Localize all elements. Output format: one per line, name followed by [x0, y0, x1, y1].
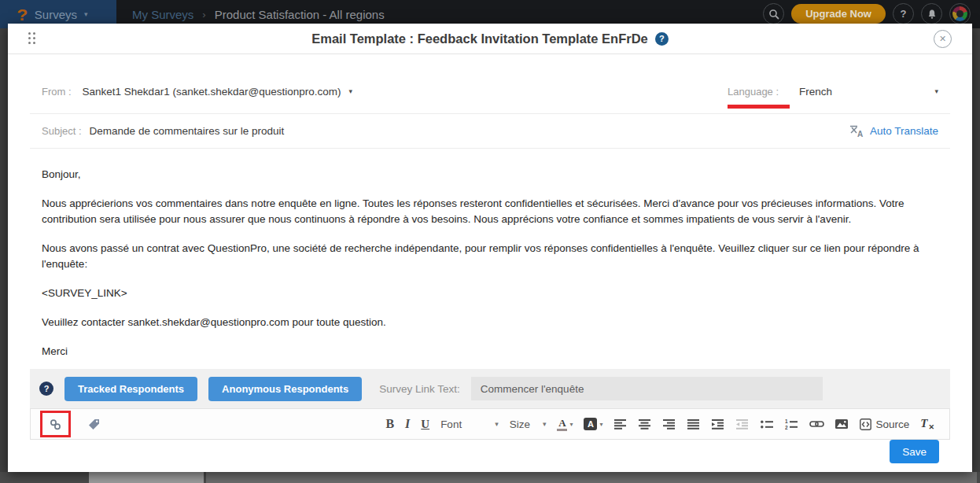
email-body-paragraph: Nous avons passé un contrat avec Questio…: [42, 241, 934, 272]
questionpro-logo-icon: ?: [17, 6, 28, 23]
underline-button[interactable]: U: [415, 412, 435, 436]
help-button[interactable]: ?: [893, 3, 914, 24]
language-dropdown-caret-icon[interactable]: ▾: [934, 88, 938, 95]
email-template-modal: Email Template : Feedback Invitation Tem…: [8, 24, 972, 472]
language-selector[interactable]: Language : French ▾: [728, 86, 938, 109]
respondents-help-icon[interactable]: ?: [39, 382, 53, 396]
source-button[interactable]: Source: [854, 412, 916, 436]
language-value[interactable]: French: [799, 86, 832, 98]
title-help-icon[interactable]: ?: [655, 32, 669, 46]
justify-button[interactable]: [682, 412, 706, 436]
size-dropdown[interactable]: Size ▾: [504, 412, 552, 436]
numbered-list-button[interactable]: 1 2: [779, 412, 804, 436]
remove-format-button[interactable]: T✕: [915, 412, 940, 436]
insert-survey-link-highlight[interactable]: [40, 411, 71, 437]
dimmed-bar: [206, 472, 977, 483]
modal-content: From : Sanket1 Shekdar1 (sanket.shekdar@…: [8, 54, 972, 472]
increase-indent-button[interactable]: [706, 412, 731, 436]
chevron-down-icon: ▾: [495, 421, 499, 428]
from-value[interactable]: Sanket1 Shekdar1 (sanket.shekdar@questio…: [83, 86, 341, 98]
tag-icon: [87, 418, 101, 431]
source-icon: [860, 418, 871, 430]
align-right-button[interactable]: [658, 412, 682, 436]
page: ? Surveys ▾ My Surveys › Product Satisfa…: [0, 0, 980, 483]
chevron-down-icon: ▾: [569, 421, 573, 428]
align-left-icon: [614, 419, 628, 430]
account-logo-button[interactable]: [949, 3, 971, 24]
breadcrumb-my-surveys[interactable]: My Surveys: [132, 8, 193, 21]
align-right-icon: [663, 419, 676, 430]
svg-text:1: 1: [785, 419, 788, 424]
topbar-actions: Upgrade Now ?: [763, 3, 971, 24]
source-label: Source: [876, 418, 910, 430]
modal-header: Email Template : Feedback Invitation Tem…: [8, 24, 972, 54]
outdent-icon: [736, 419, 750, 430]
background-color-button[interactable]: A ▾: [578, 412, 608, 436]
email-body-paragraph: Merci: [42, 344, 934, 359]
notifications-button[interactable]: [921, 3, 942, 24]
respondents-panel: ? Tracked Respondents Anonymous Responde…: [30, 369, 950, 408]
tracked-respondents-button[interactable]: Tracked Respondents: [64, 377, 197, 401]
bell-icon: [927, 9, 938, 20]
decrease-indent-button[interactable]: [731, 412, 755, 436]
background-color-icon: A: [584, 418, 597, 430]
survey-link-text-input[interactable]: [471, 377, 823, 400]
remove-format-icon: T✕: [920, 417, 934, 431]
align-center-button[interactable]: [633, 412, 658, 436]
email-body-paragraph: Veuillez contacter sanket.shekdar@questi…: [42, 315, 934, 330]
chevron-down-icon: ▾: [543, 421, 547, 428]
size-dropdown-label: Size: [510, 418, 530, 430]
modal-title: Email Template : Feedback Invitation Tem…: [311, 31, 648, 46]
bold-button[interactable]: B: [380, 412, 400, 436]
chain-link-icon: [49, 418, 62, 431]
subject-row: Subject : Demande de commentaires sur le…: [30, 114, 950, 149]
anonymous-respondents-button[interactable]: Anonymous Respondents: [208, 377, 362, 401]
insert-image-button[interactable]: [830, 412, 854, 436]
font-dropdown[interactable]: Font ▾: [435, 412, 504, 436]
align-left-button[interactable]: [609, 412, 633, 436]
auto-translate-button[interactable]: A Auto Translate: [849, 124, 938, 138]
bulleted-list-button[interactable]: [755, 412, 779, 436]
save-button[interactable]: Save: [890, 440, 939, 463]
email-body-editor[interactable]: Bonjour,Nous apprécierions vos commentai…: [30, 149, 950, 369]
survey-link-text-label: Survey Link Text:: [379, 383, 460, 395]
text-color-icon: A: [557, 418, 567, 431]
email-body-paragraph: Nous apprécierions vos commentaires dans…: [42, 196, 934, 227]
font-dropdown-label: Font: [440, 418, 462, 430]
product-name[interactable]: Surveys: [35, 8, 77, 21]
email-body-paragraph: Bonjour,: [42, 167, 934, 183]
dimmed-page-bottom: [0, 472, 980, 483]
subject-value[interactable]: Demande de commentaires sur le produit: [90, 125, 285, 137]
search-button[interactable]: [763, 3, 784, 24]
from-dropdown-caret-icon[interactable]: ▾: [348, 88, 352, 95]
image-icon: [835, 418, 849, 430]
close-icon[interactable]: ✕: [934, 30, 952, 48]
breadcrumb-separator-icon: ›: [202, 9, 205, 20]
link-icon: [809, 419, 824, 429]
search-icon: [768, 9, 779, 20]
insert-link-button[interactable]: [804, 412, 830, 436]
translate-icon: A: [849, 124, 864, 138]
justify-icon: [687, 419, 701, 430]
indent-icon: [712, 419, 725, 430]
from-row: From : Sanket1 Shekdar1 (sanket.shekdar@…: [30, 54, 950, 114]
align-center-icon: [639, 419, 652, 430]
italic-button[interactable]: I: [400, 412, 415, 436]
text-color-button[interactable]: A ▾: [551, 412, 578, 436]
insert-tag-button[interactable]: [82, 412, 106, 436]
drag-handle-icon[interactable]: [28, 32, 35, 44]
svg-text:A: A: [857, 130, 863, 138]
from-label: From :: [42, 86, 72, 98]
dimmed-panel: [89, 472, 204, 483]
chevron-down-icon: ▾: [84, 11, 88, 18]
upgrade-now-button[interactable]: Upgrade Now: [791, 4, 886, 24]
auto-translate-label: Auto Translate: [870, 125, 938, 137]
language-label: Language :: [728, 86, 779, 98]
bulleted-list-icon: [761, 419, 774, 430]
editor-toolbar: B I U Font ▾ Size ▾ A ▾: [30, 408, 950, 440]
modal-footer: Save: [30, 440, 950, 472]
language-active-underline: [728, 105, 790, 109]
breadcrumb-current: Product Satisfaction - All regions: [215, 8, 385, 21]
brand-swirl-icon: [952, 6, 967, 21]
svg-text:2: 2: [785, 424, 788, 429]
